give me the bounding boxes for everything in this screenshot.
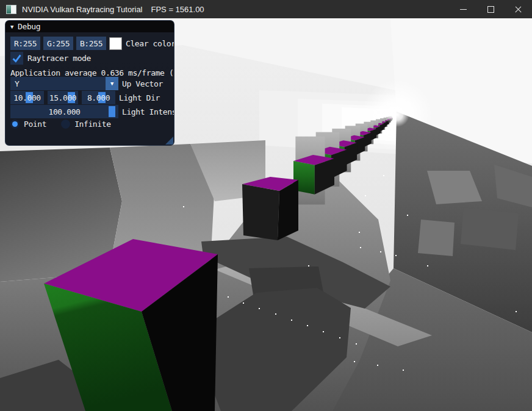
window-controls xyxy=(450,0,532,18)
maximize-button[interactable] xyxy=(477,0,505,18)
minimize-button[interactable] xyxy=(450,0,477,18)
stats-text: Application average 0.636 ms/frame (15 xyxy=(10,68,174,77)
raytracer-checkbox[interactable] xyxy=(10,52,23,65)
light-dir-row: 10.000 15.000 8.000 Light Dir xyxy=(10,91,160,104)
panel-title: Debug xyxy=(18,22,40,31)
window-title: NVIDIA Vulkan Raytracing Tutorial xyxy=(22,5,143,14)
light-intensity-slider[interactable]: 100.000 xyxy=(10,105,118,118)
combo-arrow-button[interactable]: ▼ xyxy=(106,77,118,90)
collapse-arrow-icon[interactable]: ▼ xyxy=(10,24,13,30)
minimize-icon xyxy=(460,9,467,10)
debug-panel: ▼ Debug R:255 G:255 B:255 Clear color Ra… xyxy=(5,20,174,146)
combo-value: Y xyxy=(15,79,19,88)
vanishing-glow xyxy=(385,102,409,127)
blue-button[interactable]: B:255 xyxy=(76,37,106,50)
slider-value: 100.000 xyxy=(49,107,81,116)
light-dir-value-z: 8.000 xyxy=(87,93,110,102)
radio-infinite[interactable] xyxy=(61,120,70,129)
clear-color-label: Clear color xyxy=(126,39,174,48)
clear-color-row: R:255 G:255 B:255 Clear color xyxy=(10,37,174,50)
up-vector-combo[interactable]: Y ▼ xyxy=(10,77,118,90)
fps-counter: FPS = 1561.00 xyxy=(151,5,204,14)
resize-grip[interactable] xyxy=(165,137,173,145)
panel-header[interactable]: ▼ Debug xyxy=(5,21,174,32)
red-button[interactable]: R:255 xyxy=(10,37,40,50)
slider-grab[interactable] xyxy=(109,106,115,117)
radio-selected-dot xyxy=(12,121,18,127)
raytracer-row: Raytracer mode xyxy=(10,52,91,65)
checkmark-icon xyxy=(12,53,22,63)
app-icon xyxy=(6,5,16,14)
up-vector-label: Up Vector xyxy=(122,79,163,88)
app-window: NVIDIA Vulkan Raytracing Tutorial FPS = … xyxy=(0,0,532,411)
light-intensity-label: Light Intens xyxy=(122,107,174,116)
medium-cube xyxy=(242,177,298,240)
light-dir-value-y: 15.000 xyxy=(49,93,77,102)
close-button[interactable] xyxy=(505,0,532,18)
close-icon xyxy=(514,5,522,13)
light-type-row: Point Infinite xyxy=(10,120,111,129)
light-dir-label: Light Dir xyxy=(119,93,160,102)
light-dir-value-x: 10.000 xyxy=(13,93,41,102)
light-dir-field-z[interactable]: 8.000 xyxy=(82,91,115,104)
raytracer-label: Raytracer mode xyxy=(27,54,91,63)
up-vector-row: Y ▼ Up Vector xyxy=(10,77,163,90)
light-dir-field-y[interactable]: 15.000 xyxy=(48,91,78,104)
light-dir-field-x[interactable]: 10.000 xyxy=(10,91,44,104)
maximize-icon xyxy=(487,6,494,13)
color-swatch[interactable] xyxy=(109,37,122,50)
infinite-label: Infinite xyxy=(74,120,110,129)
title-bar: NVIDIA Vulkan Raytracing Tutorial FPS = … xyxy=(0,0,532,18)
stats-row: Application average 0.636 ms/frame (15 xyxy=(10,68,174,77)
point-label: Point xyxy=(24,120,46,129)
combo-arrow-icon: ▼ xyxy=(110,80,113,87)
green-button[interactable]: G:255 xyxy=(43,37,73,50)
light-intensity-row: 100.000 Light Intens xyxy=(10,105,174,118)
radio-point[interactable] xyxy=(10,120,20,129)
